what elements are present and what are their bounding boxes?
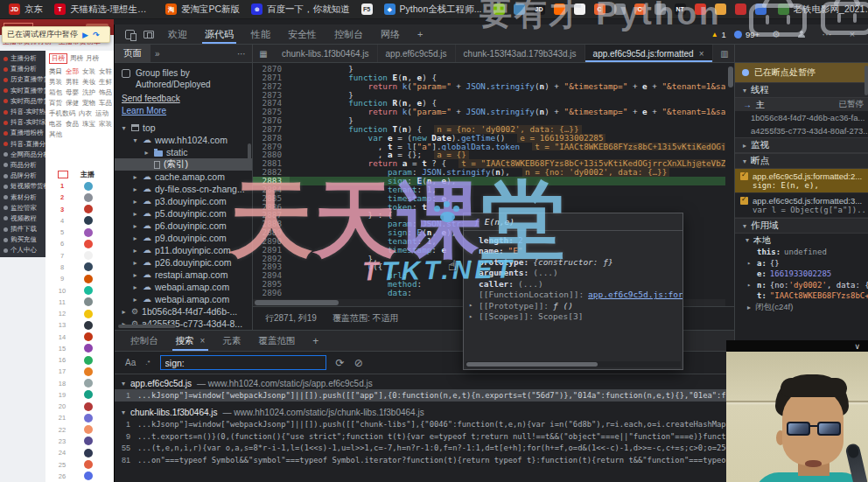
code-line[interactable]: 2872 return k("param=" + JSON.stringify(… (253, 82, 725, 91)
code-line[interactable]: 2883 sign: E(n, e), (253, 177, 725, 185)
tree-item[interactable]: ▾top (115, 122, 252, 134)
breakpoints-section-header[interactable]: ▾断点 (735, 153, 868, 169)
file-tab[interactable]: chunk-libs.1f3b0464.js (274, 45, 378, 62)
breakpoint-entry[interactable]: app.ef6c9c5d.js:formatted:3...var l = Ob… (735, 193, 868, 218)
sidebar-item[interactable]: 素材分析 (0, 192, 46, 202)
more-tools-icon[interactable]: + (304, 335, 327, 347)
sidebar-item[interactable]: 监控管家 (0, 203, 46, 213)
sidebar-item[interactable]: 历史直播带货榜 (0, 74, 46, 85)
tree-item[interactable]: ▸☁restapi.amap.com (115, 269, 252, 281)
breakpoint-checkbox[interactable] (740, 197, 748, 205)
main-thread-row[interactable]: → 主 已暂停 (735, 98, 868, 111)
sidebar-vscrollbar[interactable] (864, 66, 868, 95)
rank-row[interactable]: 13 (46, 319, 114, 331)
function-location-link[interactable]: app.ef6c9c5d.js:for (588, 290, 682, 299)
tree-item[interactable]: ▸☁p26.douyinpic.com (115, 256, 252, 269)
rank-tab[interactable]: 月榜 (86, 54, 99, 63)
close-devtools-icon[interactable]: × (844, 29, 861, 39)
bookmark-favicon[interactable]: NT (675, 3, 686, 15)
match-case-toggle[interactable]: Aa (125, 358, 136, 367)
close-tab-icon[interactable]: × (200, 336, 206, 346)
rank-tab[interactable]: 日榜 (49, 53, 67, 64)
category-item[interactable]: 电器 (49, 120, 62, 129)
bookmark-favicon[interactable] (614, 3, 626, 15)
code-line[interactable]: 2873 } (253, 91, 725, 100)
rank-tab[interactable]: 周榜 (70, 54, 83, 63)
bookmark-favicon[interactable] (715, 3, 726, 15)
profiles-icon[interactable] (793, 31, 810, 38)
category-item[interactable]: 洗护 (82, 88, 95, 97)
rank-row[interactable]: 9 (46, 273, 114, 284)
learn-more-link[interactable]: Learn More (122, 106, 245, 115)
bookmark-favicon[interactable] (755, 3, 766, 15)
rank-row[interactable]: 8 (46, 262, 114, 273)
refresh-search-icon[interactable]: ⟳ (336, 357, 345, 369)
bookmark-item[interactable]: ⊕百度一下，你就知道 (251, 3, 350, 16)
rank-row[interactable]: 24 (46, 447, 114, 458)
more-options-icon[interactable]: ⋯ (818, 29, 836, 40)
devtools-tab-源代码[interactable]: 源代码 (196, 24, 242, 44)
rank-row[interactable]: 17 (46, 366, 114, 377)
category-item[interactable]: 运动 (95, 109, 108, 118)
devtools-tab-性能[interactable]: 性能 (242, 24, 279, 44)
bookmark-item[interactable]: F5 (361, 3, 373, 15)
file-tab[interactable]: chunk-153f43ad.179b343d.js (456, 45, 585, 62)
rank-row[interactable]: 22 (46, 424, 114, 436)
category-item[interactable]: 生鲜 (99, 78, 112, 87)
category-item[interactable]: 男装 (49, 78, 62, 87)
search-result-match[interactable]: 55...(t,e,n,i,r){var o,a,s=8*r-i-1,l=(1<… (115, 443, 734, 455)
rank-row[interactable]: 3 (46, 204, 114, 215)
worker-thread-row[interactable]: a4255f35-c773-43d4-80af-273... (735, 124, 868, 137)
sidebar-item[interactable]: 直播分析 (0, 64, 46, 74)
rank-row[interactable]: 10 (46, 284, 114, 296)
rank-row[interactable]: 2 (46, 192, 114, 203)
category-item[interactable]: 女鞋 (99, 67, 112, 76)
code-line[interactable]: 2871 function E(n, e) { (253, 73, 725, 82)
sidebar-item[interactable]: 商品分析 (0, 160, 46, 171)
category-item[interactable]: 饰品 (99, 88, 112, 97)
bookmark-favicon[interactable] (574, 3, 585, 15)
category-item[interactable]: 家装 (99, 120, 112, 129)
bookmark-item[interactable]: T天猫精选-理想生活... (54, 3, 154, 16)
drawer-tab-搜索[interactable]: 搜索× (167, 331, 214, 351)
rank-row[interactable]: 26 (46, 471, 114, 482)
rank-row[interactable]: 1 (46, 180, 114, 192)
category-item[interactable]: 全部 (66, 67, 79, 76)
rank-row[interactable]: 11 (46, 297, 114, 308)
search-result-file[interactable]: ▾app.ef6c9c5d.js— www.hh1024.com/static/… (115, 377, 734, 389)
rank-row[interactable]: 15 (46, 343, 114, 354)
rank-row[interactable]: 21 (46, 412, 114, 423)
group-files-checkbox[interactable] (122, 69, 130, 78)
clear-search-icon[interactable]: ⊘ (354, 357, 363, 369)
navigator-menu-icon[interactable]: ⋯ (237, 49, 246, 59)
search-result-match[interactable]: 9...t.exports=n()}(0,(function(){"use st… (115, 430, 734, 443)
rank-row[interactable]: 5 (46, 227, 114, 238)
tree-item[interactable]: ▸☁webapi.amap.com (115, 281, 252, 293)
file-tab[interactable]: app.ef6c9c5d.js (378, 45, 456, 62)
code-line[interactable]: 2877 function T(n) {n = {no: 'dy0002', d… (253, 125, 725, 134)
bookmark-favicon[interactable]: C (634, 3, 646, 15)
bookmark-movie[interactable]: 老铁电影网_2021最... (778, 3, 868, 16)
scope-variable-row[interactable]: ▸n:{no: 'dy0002', data: {… (735, 280, 868, 291)
rank-row[interactable]: 19 (46, 389, 114, 401)
category-item[interactable]: 内衣 (79, 109, 92, 118)
rank-row[interactable]: 12 (46, 308, 114, 319)
category-item[interactable]: 百货 (49, 99, 62, 108)
sidebar-item[interactable]: 视频教程 (0, 213, 46, 224)
rank-row[interactable]: 18 (46, 378, 114, 389)
devtools-tab-控制台[interactable]: 控制台 (326, 24, 372, 44)
search-result-match[interactable]: 81...on"===typeof Symbol&&"symbol"===typ… (115, 454, 734, 466)
scope-variable-row[interactable]: this:undefined (735, 247, 868, 258)
bookmark-favicon[interactable] (554, 3, 565, 15)
sidebar-item[interactable]: 购买充值 (0, 234, 46, 245)
drawer-tab-控制台[interactable]: 控制台 (122, 331, 167, 351)
sidebar-item[interactable]: 个人中心 (0, 245, 46, 255)
rank-row[interactable]: 23 (46, 436, 114, 447)
rank-row[interactable]: 14 (46, 331, 114, 342)
local-scope-header[interactable]: ▾本地 (735, 234, 868, 247)
resume-script-icon[interactable]: ▶ (82, 31, 88, 39)
scope-variable-row[interactable]: ▸a:{} (735, 258, 868, 269)
editor-vscrollbar[interactable] (728, 66, 733, 87)
category-item[interactable]: 手机数码 (49, 109, 75, 118)
code-line[interactable]: 2884 tenant: 1, (253, 185, 725, 194)
